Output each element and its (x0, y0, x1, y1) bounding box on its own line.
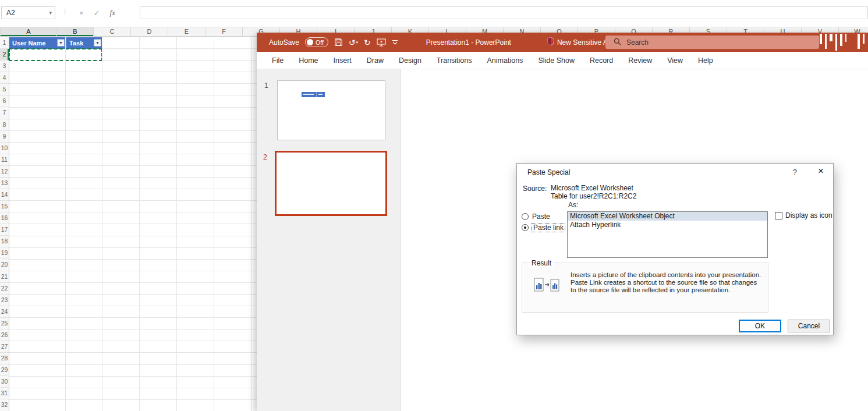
row-header-30[interactable]: 30 (0, 376, 9, 388)
ribbon-tab-design[interactable]: Design (391, 52, 429, 69)
row-header-25[interactable]: 25 (0, 318, 9, 329)
display-as-icon-checkbox[interactable]: Display as icon (775, 211, 832, 219)
source-line-1: Microsoft Excel Worksheet (551, 185, 636, 193)
table-header-label: User Name (12, 40, 45, 47)
row-header-17[interactable]: 17 (0, 224, 9, 236)
formula-input[interactable] (140, 6, 868, 19)
help-icon[interactable]: ? (793, 168, 797, 176)
row-header-12[interactable]: 12 (0, 166, 9, 178)
row-header-20[interactable]: 20 (0, 259, 9, 271)
row-header-1[interactable]: 1 (0, 37, 9, 49)
row-header-28[interactable]: 28 (0, 353, 9, 364)
row-header-7[interactable]: 7 (0, 107, 9, 119)
quick-access-toolbar-dropdown-icon[interactable] (392, 40, 398, 45)
row-headers: 1234567891011121314151617181920212223242… (0, 37, 9, 411)
name-box[interactable]: A2 ▾ (1, 6, 55, 19)
table-header-cell-b1[interactable]: Task ▼ (66, 37, 102, 49)
enter-icon[interactable]: ✓ (94, 9, 100, 17)
sensitivity-shield-icon (547, 37, 554, 47)
row-header-8[interactable]: 8 (0, 119, 9, 131)
start-slideshow-icon[interactable] (377, 38, 386, 47)
select-all-corner[interactable] (0, 27, 1, 36)
ribbon-tab-home[interactable]: Home (291, 52, 325, 69)
filter-dropdown-icon[interactable]: ▼ (94, 39, 101, 47)
row-header-5[interactable]: 5 (0, 84, 9, 95)
insert-function-icon[interactable]: fx (110, 8, 115, 17)
row-header-15[interactable]: 15 (0, 201, 9, 212)
row-header-29[interactable]: 29 (0, 364, 9, 376)
column-header-b[interactable]: B (57, 27, 94, 36)
row-header-26[interactable]: 26 (0, 329, 9, 341)
save-icon[interactable] (334, 38, 343, 47)
row-header-23[interactable]: 23 (0, 295, 9, 306)
paste-link-result-icon (534, 271, 561, 295)
powerpoint-titlebar[interactable]: AutoSave Off ↺▾ ↻ Presentation1 - PowerP… (257, 33, 868, 52)
search-icon (614, 38, 621, 47)
row-header-13[interactable]: 13 (0, 178, 9, 189)
row-header-4[interactable]: 4 (0, 72, 9, 84)
as-option-0[interactable]: Microsoft Excel Worksheet Object (568, 212, 767, 221)
row-header-32[interactable]: 32 (0, 399, 9, 411)
ribbon-tab-draw[interactable]: Draw (359, 52, 391, 69)
ok-button[interactable]: OK (739, 320, 781, 332)
paste-radio[interactable]: Paste (522, 212, 550, 221)
dialog-titlebar[interactable]: Paste Special ? × (517, 164, 833, 181)
row-header-10[interactable]: 10 (0, 143, 9, 154)
row-header-6[interactable]: 6 (0, 95, 9, 107)
search-box[interactable]: Search (605, 36, 819, 49)
slide-1-thumbnail[interactable] (277, 80, 385, 140)
close-icon[interactable]: × (818, 166, 824, 176)
window-controls-artifact (820, 34, 865, 51)
cancel-icon[interactable]: × (79, 9, 84, 17)
row-header-22[interactable]: 22 (0, 283, 9, 295)
row-header-9[interactable]: 9 (0, 131, 9, 143)
row-header-21[interactable]: 21 (0, 271, 9, 283)
column-header-d[interactable]: D (131, 27, 168, 36)
ribbon-tab-insert[interactable]: Insert (326, 52, 359, 69)
paste-special-dialog: Paste Special ? × Source: Microsoft Exce… (516, 163, 834, 335)
row-header-18[interactable]: 18 (0, 236, 9, 247)
checkbox-unchecked-icon (775, 212, 782, 219)
column-header-e[interactable]: E (168, 27, 206, 36)
ribbon-tab-record[interactable]: Record (582, 52, 621, 69)
ribbon-tab-help[interactable]: Help (690, 52, 721, 69)
column-header-f[interactable]: F (206, 27, 243, 36)
row-header-27[interactable]: 27 (0, 341, 9, 353)
name-box-dropdown-icon[interactable]: ▾ (49, 7, 52, 19)
column-header-c[interactable]: C (94, 27, 131, 36)
paste-link-radio[interactable]: Paste link (522, 224, 565, 232)
gridline (102, 37, 102, 411)
column-header-a[interactable]: A (1, 27, 57, 36)
ribbon-tab-animations[interactable]: Animations (480, 52, 531, 69)
row-header-11[interactable]: 11 (0, 154, 9, 166)
ribbon-tab-view[interactable]: View (660, 52, 690, 69)
row-header-19[interactable]: 19 (0, 247, 9, 259)
result-description: Inserts a picture of the clipboard conte… (571, 271, 763, 295)
filter-dropdown-icon[interactable]: ▼ (57, 39, 65, 47)
row-header-3[interactable]: 3 (0, 61, 9, 72)
window-title: Presentation1 - PowerPoint (426, 38, 511, 47)
ribbon-tabs: FileHomeInsertDrawDesignTransitionsAnima… (257, 52, 868, 69)
ribbon-tab-transitions[interactable]: Transitions (429, 52, 480, 69)
row-header-24[interactable]: 24 (0, 306, 9, 318)
redo-icon[interactable]: ↻ (364, 38, 371, 47)
ribbon-tab-file[interactable]: File (264, 52, 291, 69)
as-listbox[interactable]: Microsoft Excel Worksheet ObjectAttach H… (567, 211, 768, 258)
row-header-2[interactable]: 2 (0, 49, 9, 61)
slide-2-number: 2 (263, 153, 267, 161)
cancel-button[interactable]: Cancel (788, 320, 830, 332)
ribbon-tab-slide-show[interactable]: Slide Show (530, 52, 582, 69)
row-header-16[interactable]: 16 (0, 212, 9, 224)
table-header-cell-a1[interactable]: User Name ▼ (9, 37, 66, 49)
as-option-1[interactable]: Attach Hyperlink (568, 221, 767, 229)
autosave-toggle[interactable]: Off (305, 37, 328, 47)
dialog-title: Paste Special (527, 168, 570, 176)
gridline (139, 37, 140, 411)
ribbon-tab-review[interactable]: Review (621, 52, 660, 69)
slide-2-thumbnail[interactable] (275, 151, 387, 216)
row-header-31[interactable]: 31 (0, 388, 9, 399)
undo-icon[interactable]: ↺▾ (349, 38, 358, 47)
row-header-14[interactable]: 14 (0, 189, 9, 201)
paste-radio-label: Paste (532, 212, 550, 221)
radio-unchecked-icon (522, 213, 529, 220)
